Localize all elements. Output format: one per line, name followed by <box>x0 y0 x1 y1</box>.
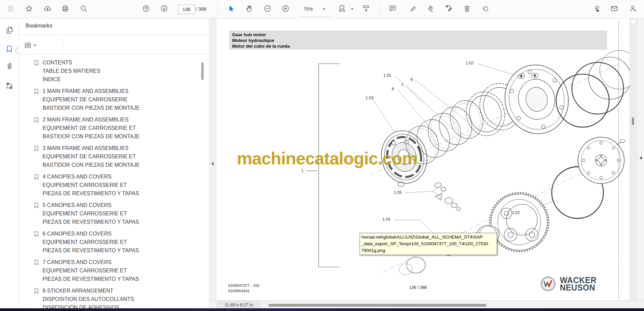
panel-scrollbar-thumb[interactable] <box>201 62 204 80</box>
horizontal-scrollbar-thumb[interactable] <box>268 304 486 307</box>
page-thumbnails-button[interactable] <box>3 24 15 36</box>
panel-divider <box>19 54 209 54</box>
heading-line: Gear hub motor <box>232 32 607 38</box>
scrollbar-top-button[interactable] <box>630 19 637 24</box>
bookmark-icon <box>33 145 40 152</box>
options-list-icon <box>24 42 32 49</box>
paperclip-icon <box>5 62 13 70</box>
sign-button[interactable] <box>424 2 436 15</box>
bookmark-item[interactable]: 5 CANOPIES AND COVERS EQUIPEMENT CARROSS… <box>19 201 207 226</box>
diagram-part-label: 1.02 <box>512 210 520 215</box>
bookmarks-options-button[interactable] <box>23 39 42 52</box>
bookmarks-panel: Bookmarks CONTENTS TABLE DES MATIERES ÍN… <box>19 18 209 308</box>
bookmark-label: DISPOSICIÓN DE ADHESIVOS <box>43 303 134 308</box>
diagram-part-label: 6 <box>392 87 394 91</box>
scroll-mode-button[interactable] <box>360 2 372 15</box>
bookmark-label: BASTIDOR CON PIEZAS DE MONTAJE <box>43 161 140 169</box>
zoom-out-button[interactable] <box>261 2 273 15</box>
diagram-part-label: 7 <box>401 83 404 88</box>
fit-width-caret[interactable] <box>351 8 354 10</box>
file-info-icon <box>5 82 13 90</box>
vertical-scrollbar-track[interactable] <box>630 18 637 308</box>
star-icon <box>25 5 33 12</box>
wacker-neuson-logo: WACKER NEUSON <box>540 276 597 292</box>
redo-icon <box>482 5 489 12</box>
collapse-panel-button[interactable] <box>210 161 215 166</box>
bookmark-label: 6 CANOPIES AND COVERS <box>43 229 139 238</box>
options-separator <box>62 38 63 53</box>
acrobat-window: / 398 75% <box>0 0 644 311</box>
options-caret-icon <box>34 45 36 46</box>
bookmark-icon <box>33 259 40 266</box>
zoom-in-button[interactable] <box>279 2 291 15</box>
document-numbers: 5100047377 - 100 5100053441 <box>228 283 259 294</box>
zoom-dropdown-caret[interactable] <box>323 8 325 10</box>
bookmark-item[interactable]: 4 CANOPIES AND COVERS EQUIPEMENT CARROSS… <box>19 172 207 198</box>
search-button[interactable] <box>77 2 90 15</box>
previous-page-button[interactable] <box>140 2 152 15</box>
watermark: machinecatalogic.com <box>237 148 417 168</box>
toolbar-separator <box>218 3 218 15</box>
bookmark-label: 8 STICKER ARRANGEMENT <box>43 287 134 295</box>
fit-width-button[interactable] <box>336 2 348 15</box>
next-page-button[interactable] <box>158 2 170 15</box>
edit-page-button[interactable] <box>442 2 454 15</box>
bookmark-icon <box>5 45 13 53</box>
bookmark-label: 7 CANOPIES AND COVERS <box>43 258 139 266</box>
doc-number: 5100053441 <box>228 288 259 294</box>
bookmarks-tab-button[interactable] <box>3 43 15 55</box>
highlight-button[interactable] <box>406 2 418 15</box>
plus-circle-icon <box>282 5 289 12</box>
bookmark-label: CONTENTS <box>43 58 100 67</box>
hand-tool-button[interactable] <box>243 2 255 15</box>
star-button[interactable] <box>23 2 35 15</box>
vertical-scrollbar-thumb[interactable] <box>632 117 634 125</box>
expand-tools-button[interactable] <box>638 155 643 161</box>
person-plus-icon <box>629 5 637 12</box>
toolbar: / 398 75% <box>0 0 644 18</box>
status-bar: 11,69 x 8,27 in <box>209 300 644 309</box>
zoom-level-value[interactable]: 75% <box>304 6 313 12</box>
bookmark-icon <box>33 60 40 66</box>
select-tool-button[interactable] <box>225 2 237 15</box>
redo-button[interactable] <box>479 2 491 15</box>
bookmark-label: EQUIPEMENT DE CARROSSERIE ET <box>43 152 140 161</box>
bookmark-item[interactable]: 2 MAIN FRAME AND ASSEMBLIES EQUIPEMENT D… <box>19 115 207 141</box>
bookmark-label: 2 MAIN FRAME AND ASSEMBLIES <box>43 115 140 124</box>
diagram-part-label: 1.02 <box>466 61 473 65</box>
bookmark-item[interactable]: 8 STICKER ARRANGEMENT DISPOSITION DES AU… <box>19 287 207 308</box>
bookmark-label: EQUIPEMENT CARROSSERIE ET <box>43 238 139 246</box>
bookmark-label: EQUIPEMENT DE CARROSSERIE ET <box>43 124 140 132</box>
fit-width-icon <box>338 5 346 12</box>
bookmark-label: 1 MAIN FRAME AND ASSEMBLIES <box>43 87 140 95</box>
bookmark-label: EQUIPEMENT DE CARROSSERIE <box>43 95 140 104</box>
zoom-control-underline <box>300 16 331 17</box>
print-button[interactable] <box>59 2 71 15</box>
upload-cloud-button[interactable] <box>41 2 53 15</box>
bookmark-item[interactable]: 7 CANOPIES AND COVERS EQUIPEMENT CARROSS… <box>19 258 207 283</box>
share-link-button[interactable] <box>590 2 602 15</box>
bookmark-item[interactable]: CONTENTS TABLE DES MATIERES ÍNDICE <box>19 58 207 84</box>
bookmark-icon <box>33 202 40 209</box>
bookmark-label: TABLE DES MATIERES <box>43 67 100 75</box>
logo-badge-icon <box>540 276 556 292</box>
attachments-button[interactable] <box>3 60 15 72</box>
doc-number: 5100047377 - 100 <box>228 283 259 288</box>
add-person-button[interactable] <box>627 2 639 15</box>
print-icon <box>61 5 69 12</box>
bookmark-item[interactable]: 3 MAIN FRAME AND ASSEMBLIES EQUIPEMENT D… <box>19 144 207 169</box>
minus-circle-icon <box>264 5 271 12</box>
heading-line: Moteur hydraulique <box>232 38 607 43</box>
panel-notch-icon <box>14 46 19 56</box>
email-button[interactable] <box>608 2 620 15</box>
bookmark-label: PIEZAS DE REVESTIMIENTO Y TAPAS <box>43 189 139 198</box>
bookmark-item[interactable]: 6 CANOPIES AND COVERS EQUIPEMENT CARROSS… <box>19 229 207 255</box>
delete-button[interactable] <box>461 2 473 15</box>
bookmark-item[interactable]: 1 MAIN FRAME AND ASSEMBLIES EQUIPEMENT D… <box>19 87 207 112</box>
crop-mark-line <box>619 21 619 298</box>
tools-pane-strip <box>637 18 644 308</box>
page-number-input[interactable] <box>178 5 195 14</box>
comment-button[interactable] <box>386 2 398 15</box>
file-info-button[interactable] <box>3 80 15 92</box>
save-button[interactable] <box>4 2 16 15</box>
